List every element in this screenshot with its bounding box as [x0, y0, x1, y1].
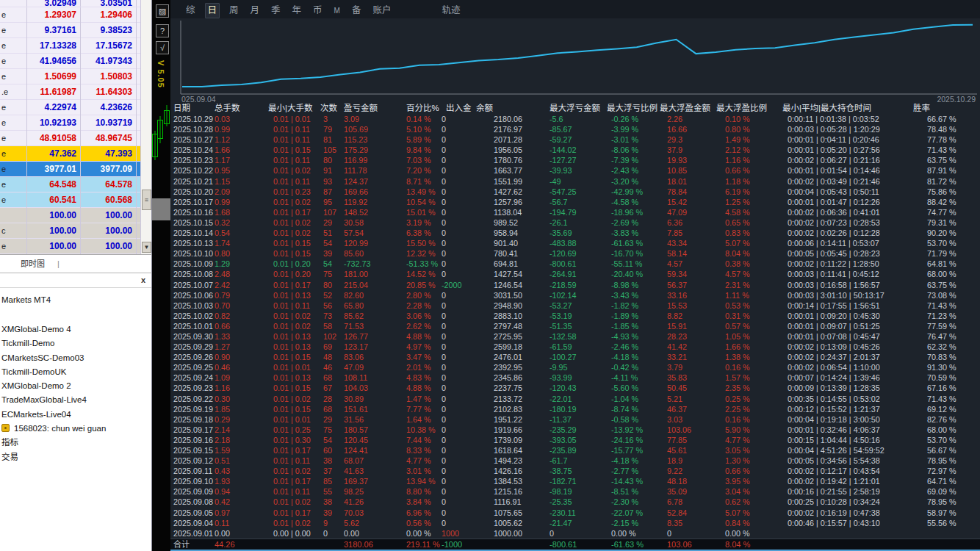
toolbar-item-周[interactable]: 周 — [227, 1, 241, 20]
table-row[interactable]: 2025.09.080.420.01 | 0.023841.263.84 %01… — [170, 497, 980, 507]
toolbar-item-综[interactable]: 综 — [184, 1, 198, 20]
navigator-item[interactable]: 交易 — [0, 450, 151, 464]
table-row[interactable]: 2025.09.172.140.01 | 0.2575180.5710.38 %… — [170, 425, 980, 435]
quote-row[interactable]: e60.54160.568 — [0, 192, 151, 208]
table-cell: 80 — [320, 155, 344, 165]
table-row[interactable]: 2025.09.040.110.01 | 0.0295.620.56 %0100… — [170, 518, 980, 528]
quote-row[interactable]: e3977.013977.09 — [0, 162, 151, 177]
table-row[interactable]: 2025.09.120.510.01 | 0.113868.074.77 %01… — [170, 455, 980, 466]
table-row[interactable]: 2025.09.180.290.01 | 0.012931.561.64 %01… — [170, 414, 980, 425]
table-row[interactable]: 2025.10.010.660.01 | 0.025871.532.62 %02… — [170, 321, 980, 331]
table-cell: 120.99 — [344, 238, 406, 248]
table-cell: 6.19 % — [716, 187, 782, 197]
table-row[interactable]: 2025.09.090.940.01 | 0.115598.258.80 %01… — [170, 486, 980, 497]
table-row[interactable]: 2025.09.241.090.01 | 0.1368108.114.83 %0… — [170, 372, 980, 383]
quote-row[interactable]: e4.229744.23626 — [0, 100, 151, 115]
table-row[interactable]: 2025.10.202.090.01 | 0.2387169.6613.49 %… — [170, 187, 980, 197]
quote-row[interactable]: e64.54864.578 — [0, 177, 151, 192]
quote-row[interactable]: e1.506991.50803 — [0, 69, 151, 84]
navigator-item[interactable]: ECMarkets-Live04 — [0, 408, 151, 422]
table-row[interactable]: 2025.09.151.590.01 | 0.1760124.418.33 %0… — [170, 445, 980, 455]
quote-row[interactable]: e47.36247.393 — [0, 146, 151, 162]
quote-row[interactable]: 100.00100.00 — [0, 208, 151, 223]
scrollbar-down-icon[interactable]: ▼ — [142, 242, 151, 253]
navigator-item[interactable]: TradeMaxGlobal-Live4 — [0, 393, 151, 407]
table-row[interactable]: 2025.09.110.430.01 | 0.023741.633.01 %01… — [170, 466, 980, 476]
toolbar-item-币[interactable]: 币 — [311, 1, 325, 20]
table-row[interactable]: 2025.10.091.290.01 | 0.2054-732.73-51.33… — [170, 259, 980, 269]
navigator-item[interactable]: 1568023: chun wei guan — [0, 422, 151, 436]
panel-toggle-icon[interactable]: ▨ — [156, 4, 169, 18]
table-row[interactable]: 2025.09.301.330.01 | 0.13102126.774.88 %… — [170, 331, 980, 342]
quote-row[interactable]: 3.029493.03501 — [0, 0, 151, 7]
table-cell: 0 — [442, 445, 476, 455]
toolbar-item-日[interactable]: 日 — [205, 3, 220, 18]
table-row[interactable]: 2025.09.191.850.01 | 0.1568151.617.77 %0… — [170, 404, 980, 414]
close-icon[interactable]: x — [141, 276, 145, 284]
table-row[interactable]: 2025.09.260.900.01 | 0.154883.063.47 %02… — [170, 352, 980, 362]
table-row[interactable]: 2025.10.131.740.01 | 0.1554120.9915.50 %… — [170, 238, 980, 248]
toolbar-item-备[interactable]: 备 — [350, 1, 364, 20]
quote-row[interactable]: e48.9105848.96745 — [0, 131, 151, 146]
table-row[interactable]: 2025.09.250.460.01 | 0.014647.092.01 %02… — [170, 362, 980, 372]
scrollbar-thumb[interactable]: ≡ — [142, 190, 151, 210]
quote-row[interactable]: .e11.6198711.64303 — [0, 84, 151, 100]
toolbar-item-轨迹[interactable]: 轨迹 — [439, 1, 462, 20]
navigator-root-item[interactable]: Markets MT4 — [0, 292, 151, 307]
table-cell: 0 — [320, 528, 344, 539]
quote-row[interactable]: e100.00100.00 — [0, 239, 151, 254]
table-row[interactable]: 2025.09.010.000.00 | 0.0000.000.00 %1000… — [170, 528, 980, 539]
market-watch-scrollbar[interactable]: ≡ ▼ — [140, 0, 151, 254]
quote-row[interactable]: e41.9465641.97343 — [0, 54, 151, 69]
tab-tick-chart[interactable]: 即时图 — [21, 255, 45, 273]
quote-row[interactable]: e9.371619.38523 — [0, 23, 151, 38]
navigator-item[interactable]: XMGlobal-Demo 4 — [0, 323, 151, 336]
table-row[interactable]: 2025.10.290.030.01 | 0.0133.090.14 %0218… — [170, 114, 980, 124]
table-row[interactable]: 2025.10.082.480.01 | 0.2075181.0014.52 %… — [170, 269, 980, 279]
table-row[interactable]: 2025.10.231.170.01 | 0.1180116.997.03 %0… — [170, 155, 980, 165]
table-row[interactable]: 2025.09.162.180.01 | 0.3054120.457.44 %0… — [170, 435, 980, 445]
toolbar-item-年[interactable]: 年 — [290, 1, 304, 20]
navigator-item[interactable]: Tickmill-DemoUK — [0, 365, 151, 379]
table-row[interactable]: 2025.10.072.420.01 | 0.1780215.0420.85 %… — [170, 280, 980, 290]
table-row[interactable]: 2025.10.220.950.01 | 0.0291111.787.20 %0… — [170, 165, 980, 176]
navigator-item[interactable]: CMarketsSC-Demo03 — [0, 351, 151, 365]
quote-row[interactable]: e17.1332817.15672 — [0, 38, 151, 54]
table-row[interactable]: 2025.10.150.320.01 | 0.022930.583.19 %09… — [170, 217, 980, 228]
quote-row[interactable]: c100.00100.00 — [0, 223, 151, 239]
toolbar-item-M[interactable]: M — [332, 1, 342, 20]
table-row[interactable]: 2025.10.211.150.01 | 0.1193124.378.71 %0… — [170, 176, 980, 187]
table-row[interactable]: 2025.10.060.790.01 | 0.135282.602.80 %03… — [170, 290, 980, 300]
table-row[interactable]: 2025.10.241.660.01 | 0.15105175.299.84 %… — [170, 145, 980, 155]
table-cell: 7.77 % — [406, 404, 442, 414]
table-row[interactable]: 2025.10.020.820.01 | 0.027385.623.06 %02… — [170, 311, 980, 321]
table-cell: 103.06 — [660, 425, 716, 435]
table-row[interactable]: 2025.09.291.270.01 | 0.1369123.174.97 %0… — [170, 342, 980, 352]
table-row[interactable]: 2025.10.140.540.01 | 0.025157.546.38 %09… — [170, 228, 980, 238]
table-cell: 107 — [320, 207, 344, 217]
table-row[interactable]: 2025.09.231.160.01 | 0.1567104.034.88 %0… — [170, 383, 980, 393]
quote-row[interactable]: e10.9219310.93719 — [0, 115, 151, 131]
table-row[interactable]: 2025.10.100.800.01 | 0.153985.6012.32 %0… — [170, 248, 980, 259]
table-cell: 0.01 | 0.25 — [268, 425, 320, 435]
table-row[interactable]: 2025.10.161.680.01 | 0.17107148.5215.01 … — [170, 207, 980, 217]
toolbar-item-月[interactable]: 月 — [248, 1, 262, 20]
table-cell: 1.17 — [215, 155, 268, 165]
help-icon[interactable]: ? — [156, 24, 169, 37]
table-cell: 124.41 — [344, 445, 406, 455]
table-row[interactable]: 2025.10.170.990.01 | 0.0295119.9210.54 %… — [170, 197, 980, 207]
table-row[interactable]: 2025.09.101.930.01 | 0.1785169.3713.94 %… — [170, 476, 980, 486]
table-cell: 4.97 % — [406, 342, 442, 352]
toolbar-item-季[interactable]: 季 — [269, 1, 283, 20]
table-row[interactable]: 2025.09.050.970.01 | 0.173970.036.96 %01… — [170, 508, 980, 518]
table-row[interactable]: 2025.09.220.300.01 | 0.022830.891.47 %02… — [170, 394, 980, 404]
navigator-item[interactable]: XMGlobal-Demo 2 — [0, 379, 151, 393]
toolbar-item-账户[interactable]: 账户 — [370, 1, 393, 20]
quote-row[interactable]: e1.293071.29406 — [0, 7, 151, 23]
check-icon[interactable]: √ — [156, 41, 169, 54]
navigator-item[interactable]: 指标 — [0, 436, 151, 450]
table-row[interactable]: 2025.10.271.120.01 | 0.1181115.235.89 %0… — [170, 134, 980, 145]
navigator-item[interactable]: Tickmill-Demo — [0, 336, 151, 350]
table-row[interactable]: 2025.10.030.700.01 | 0.115665.802.28 %02… — [170, 300, 980, 311]
table-row[interactable]: 2025.10.280.990.01 | 0.1179105.695.10 %0… — [170, 124, 980, 134]
